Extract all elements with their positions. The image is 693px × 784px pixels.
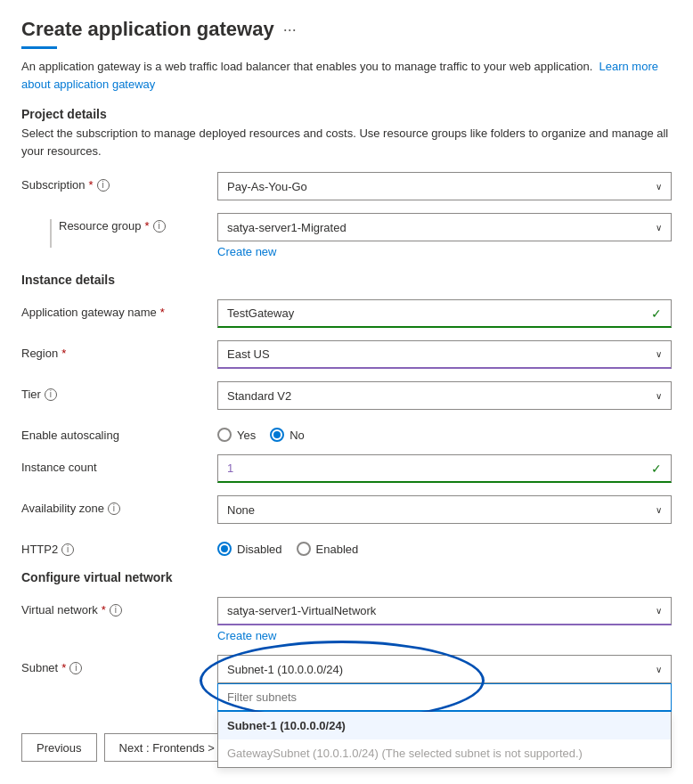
virtual-network-label: Virtual network * i	[21, 597, 217, 617]
vnet-dropdown-arrow: ∨	[656, 606, 662, 616]
availability-zone-dropdown[interactable]: None ∨	[217, 495, 672, 524]
subnet-wrapper: Subnet-1 (10.0.0.0/24) ∨ Subnet-1 (10.0.…	[217, 655, 672, 712]
rg-dropdown-arrow: ∨	[656, 223, 662, 233]
instance-details-heading: Instance details	[21, 273, 672, 287]
tier-wrapper: Standard V2 ∨	[217, 381, 672, 410]
vnet-create-new-link[interactable]: Create new	[217, 629, 276, 642]
http2-wrapper: Disabled Enabled	[217, 536, 672, 556]
app-gateway-name-dropdown[interactable]: TestGateway ✓	[217, 299, 672, 328]
autoscaling-yes-option[interactable]: Yes	[217, 428, 256, 442]
autoscaling-yes-radio[interactable]	[217, 428, 232, 442]
http2-info-icon[interactable]: i	[61, 543, 74, 556]
agn-required: *	[160, 306, 165, 319]
resource-group-label: Resource group * i	[59, 219, 166, 233]
tier-dropdown[interactable]: Standard V2 ∨	[217, 381, 672, 410]
instance-count-check-icon: ✓	[651, 461, 662, 476]
subnet-value: Subnet-1 (10.0.0.0/24)	[227, 663, 343, 676]
rg-indent-line	[50, 219, 52, 248]
region-required: *	[61, 347, 66, 360]
subnet-dropdown-list: Subnet-1 (10.0.0.0/24) GatewaySubnet (10…	[217, 712, 672, 768]
configure-vnet-heading: Configure virtual network	[21, 570, 672, 584]
subscription-label: Subscription * i	[21, 172, 217, 192]
resource-group-wrapper: satya-server1-Migrated ∨ Create new	[217, 213, 672, 258]
subnet-required: *	[61, 661, 66, 674]
agn-check-icon: ✓	[651, 306, 662, 321]
autoscaling-label: Enable autoscaling	[21, 422, 217, 442]
vnet-info-icon[interactable]: i	[110, 604, 122, 617]
resource-group-value: satya-server1-Migrated	[227, 221, 346, 234]
autoscaling-no-option[interactable]: No	[270, 428, 305, 442]
subscription-dropdown[interactable]: Pay-As-You-Go ∨	[217, 172, 672, 200]
availability-zone-label: Availability zone i	[21, 495, 217, 515]
instance-count-wrapper: 1 ✓	[217, 454, 672, 483]
instance-count-value: 1	[227, 461, 233, 475]
subscription-wrapper: Pay-As-You-Go ∨	[217, 172, 672, 200]
autoscaling-no-dot	[273, 431, 281, 438]
http2-disabled-label: Disabled	[237, 543, 282, 556]
subnet-option-2: GatewaySubnet (10.0.1.0/24) (The selecte…	[218, 739, 671, 767]
instance-count-field[interactable]: 1 ✓	[217, 454, 672, 483]
instance-count-label: Instance count	[21, 454, 217, 474]
project-details-desc: Select the subscription to manage deploy…	[21, 125, 672, 159]
region-dropdown[interactable]: East US ∨	[217, 340, 672, 369]
ellipsis-menu-icon[interactable]: ···	[283, 20, 297, 39]
http2-enabled-option[interactable]: Enabled	[297, 542, 359, 556]
subnet-filter-wrapper: Subnet-1 (10.0.0.0/24) GatewaySubnet (10…	[217, 683, 672, 712]
availability-zone-wrapper: None ∨	[217, 495, 672, 524]
tier-info-icon[interactable]: i	[45, 388, 57, 401]
region-wrapper: East US ∨	[217, 340, 672, 369]
rg-required: *	[145, 219, 150, 233]
region-value: East US	[227, 347, 270, 361]
tier-value: Standard V2	[227, 389, 291, 403]
rg-create-new-link[interactable]: Create new	[217, 245, 276, 258]
http2-enabled-radio[interactable]	[297, 542, 311, 556]
page-description: An application gateway is a web traffic …	[21, 58, 672, 93]
subnet-label: Subnet * i	[21, 655, 217, 674]
virtual-network-value: satya-server1-VirtualNetwork	[227, 604, 376, 617]
project-details-heading: Project details	[21, 107, 672, 121]
resource-group-label-area: Resource group * i	[21, 213, 217, 248]
title-underline	[21, 46, 57, 49]
filter-subnets-input[interactable]	[217, 683, 672, 712]
resource-group-dropdown[interactable]: satya-server1-Migrated ∨	[217, 213, 672, 241]
virtual-network-wrapper: satya-server1-VirtualNetwork ∨ Create ne…	[217, 597, 672, 642]
http2-disabled-dot	[221, 545, 228, 552]
autoscaling-yes-label: Yes	[237, 429, 256, 442]
subscription-dropdown-arrow: ∨	[656, 182, 662, 192]
app-gateway-name-wrapper: TestGateway ✓	[217, 299, 672, 328]
autoscaling-radio-group: Yes No	[217, 422, 672, 442]
autoscaling-no-label: No	[289, 429, 305, 442]
subnet-info-icon[interactable]: i	[69, 662, 82, 674]
availability-zone-value: None	[227, 503, 255, 517]
vnet-required: *	[102, 603, 106, 617]
region-label: Region *	[21, 340, 217, 360]
previous-button[interactable]: Previous	[21, 733, 97, 762]
next-button[interactable]: Next : Frontends >	[104, 733, 230, 762]
page-title: Create application gateway	[21, 18, 274, 41]
app-gateway-name-value: TestGateway	[227, 306, 294, 320]
http2-disabled-option[interactable]: Disabled	[217, 542, 282, 556]
http2-enabled-label: Enabled	[316, 543, 359, 556]
az-dropdown-arrow: ∨	[656, 505, 662, 515]
subnet-dropdown-arrow: ∨	[656, 665, 662, 674]
region-dropdown-arrow: ∨	[656, 349, 662, 359]
http2-label: HTTP2 i	[21, 536, 217, 556]
app-gateway-name-label: Application gateway name *	[21, 299, 217, 319]
tier-dropdown-arrow: ∨	[656, 391, 662, 401]
subnet-option-1[interactable]: Subnet-1 (10.0.0.0/24)	[218, 712, 671, 739]
subscription-info-icon[interactable]: i	[97, 179, 110, 192]
subscription-required: *	[89, 178, 94, 192]
http2-radio-group: Disabled Enabled	[217, 536, 672, 556]
subscription-value: Pay-As-You-Go	[227, 180, 307, 193]
tier-label: Tier i	[21, 381, 217, 401]
autoscaling-wrapper: Yes No	[217, 422, 672, 442]
subnet-dropdown[interactable]: Subnet-1 (10.0.0.0/24) ∨	[217, 655, 672, 683]
autoscaling-no-radio[interactable]	[270, 428, 284, 442]
virtual-network-dropdown[interactable]: satya-server1-VirtualNetwork ∨	[217, 597, 672, 625]
az-info-icon[interactable]: i	[108, 502, 120, 515]
rg-info-icon[interactable]: i	[153, 220, 166, 233]
http2-disabled-radio[interactable]	[217, 542, 232, 556]
